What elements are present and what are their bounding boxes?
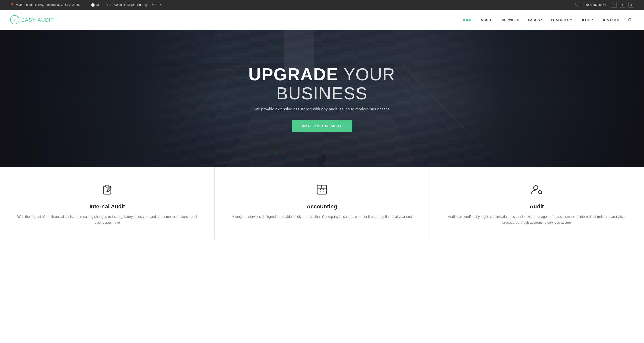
nav-home[interactable]: HOME (458, 16, 476, 24)
facebook-icon[interactable]: f (611, 2, 617, 8)
service-card-audit: Audit Audits are verified by sight, conf… (429, 167, 644, 241)
features-chevron: ▾ (570, 19, 572, 21)
logo-light: AUDIT (38, 17, 54, 23)
services-section: Internal Audit With the impact of the fi… (0, 167, 644, 241)
corner-bracket-tr (360, 43, 370, 53)
service-title-audit: Audit (442, 203, 631, 210)
phone-text: +1 (409) 987–5874 (580, 3, 606, 7)
nav-pages[interactable]: PAGES ▾ (525, 16, 546, 24)
blog-chevron: ▾ (592, 19, 593, 21)
service-title-accounting: Accounting (227, 203, 417, 210)
hours-item: 🕐 Mon – Sat: 9:00am–18:00pm. Sunday CLOS… (91, 3, 161, 7)
corner-bracket-br (360, 144, 370, 154)
pages-chevron: ▾ (541, 19, 543, 21)
svg-rect-20 (106, 185, 109, 187)
svg-point-0 (628, 18, 631, 21)
svg-point-29 (534, 186, 538, 190)
phone-icon: 📞 (575, 3, 579, 7)
logo-text: EASY AUDIT (21, 17, 54, 23)
service-desc-audit: Audits are verified by sight, confirmati… (442, 214, 631, 226)
nav-contacts[interactable]: CONTACTS (598, 16, 624, 24)
nav-blog[interactable]: BLOG ▾ (577, 16, 597, 24)
logo[interactable]: ✓ EASY AUDIT (10, 15, 54, 24)
location-icon: 📍 (10, 3, 14, 7)
corner-bracket-bl (274, 144, 284, 154)
corner-bracket-tl (274, 43, 284, 53)
svg-rect-15 (319, 164, 325, 167)
service-card-internal-audit: Internal Audit With the impact of the fi… (0, 167, 215, 241)
address-text: 6036 Richmond hwy, Alexandria, VA USA 22… (16, 3, 81, 7)
top-bar: 📍 6036 Richmond hwy, Alexandria, VA USA … (0, 0, 644, 10)
logo-icon: ✓ (10, 15, 19, 24)
google-icon[interactable]: g (628, 2, 634, 8)
top-bar-left: 📍 6036 Richmond hwy, Alexandria, VA USA … (10, 3, 161, 7)
nav-services[interactable]: SERVICES (498, 16, 523, 24)
nav-features[interactable]: FEATURES ▾ (547, 16, 576, 24)
calculator-icon (316, 184, 328, 196)
main-nav: HOME ABOUT SERVICES PAGES ▾ FEATURES ▾ B… (458, 16, 634, 24)
hero-content: UPGRADE YOUR BUSINESS We provide extensi… (221, 65, 423, 132)
phone-item: 📞 +1 (409) 987–5874 (575, 3, 606, 7)
person-search-icon (531, 184, 543, 196)
audit-icon (529, 182, 544, 197)
hours-text: Mon – Sat: 9:00am–18:00pm. Sunday CLOSED (96, 3, 161, 7)
search-icon (628, 18, 632, 22)
address-item: 📍 6036 Richmond hwy, Alexandria, VA USA … (10, 3, 81, 7)
clock-icon: 🕐 (91, 3, 95, 7)
hero-cta-button[interactable]: MAKE APPOINTMENT (292, 120, 352, 132)
nav-about[interactable]: ABOUT (477, 16, 497, 24)
social-icons: f t g (611, 2, 634, 8)
search-button[interactable] (626, 16, 634, 24)
svg-point-14 (318, 154, 326, 164)
clipboard-edit-icon (101, 184, 113, 196)
internal-audit-icon (100, 182, 115, 197)
service-desc-internal-audit: With the impact of the financial crisis … (13, 214, 202, 226)
service-card-accounting: Accounting A range of services designed … (215, 167, 430, 241)
twitter-icon[interactable]: t (620, 2, 625, 8)
hero-section: UPGRADE YOUR BUSINESS We provide extensi… (0, 30, 644, 167)
hero-subtitle: We provide extensive assistance with any… (226, 107, 418, 111)
hero-right-panel (419, 30, 644, 167)
hero-title: UPGRADE YOUR BUSINESS (226, 65, 418, 103)
logo-bold: EASY (21, 17, 36, 23)
service-title-internal-audit: Internal Audit (13, 203, 202, 210)
hero-left-panel (0, 30, 225, 167)
top-bar-right: 📞 +1 (409) 987–5874 f t g (575, 2, 634, 8)
service-desc-accounting: A range of services designed to provide … (227, 214, 417, 220)
accounting-icon (314, 182, 329, 197)
header: ✓ EASY AUDIT HOME ABOUT SERVICES PAGES ▾… (0, 10, 644, 30)
hero-title-bold: UPGRADE (248, 65, 338, 84)
